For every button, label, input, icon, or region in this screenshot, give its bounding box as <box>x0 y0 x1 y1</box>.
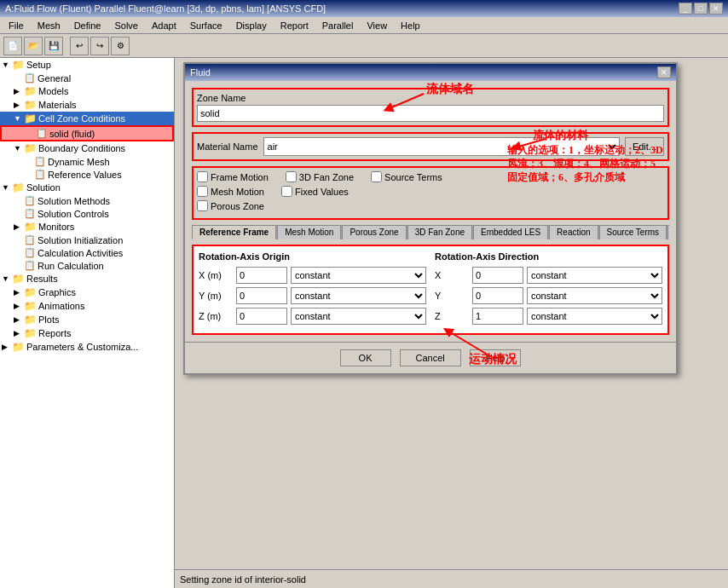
tab-fixed-values[interactable]: Fixed Values <box>667 225 669 239</box>
tree-boundary-conditions[interactable]: ▼ 📁 Boundary Conditions <box>0 141 174 155</box>
checkbox-source-terms-input[interactable] <box>371 171 382 182</box>
menu-parallel[interactable]: Parallel <box>317 20 359 32</box>
edit-button[interactable]: Edit... <box>625 137 664 156</box>
tree-monitors[interactable]: ▶ 📁 Monitors <box>0 220 174 233</box>
checkbox-mesh-motion[interactable]: Mesh Motion <box>197 186 264 197</box>
dialog-body: Zone Name Material Name air Edit... <box>185 81 676 342</box>
tree-dynamic-mesh[interactable]: 📋 Dynamic Mesh <box>0 155 174 168</box>
close-btn[interactable]: ✕ <box>709 3 723 14</box>
x-origin-type[interactable]: constant <box>291 267 426 284</box>
checkbox-porous-zone-input[interactable] <box>197 200 208 211</box>
material-select[interactable]: air <box>263 137 620 156</box>
menu-display[interactable]: Display <box>231 20 272 32</box>
tree-animations[interactable]: ▶ 📁 Animations <box>0 299 174 313</box>
checkbox-porous-zone[interactable]: Porous Zone <box>197 200 264 211</box>
ok-button[interactable]: OK <box>340 349 391 366</box>
y-origin-type[interactable]: constant <box>291 287 426 304</box>
expand-icon: ▼ <box>14 114 22 123</box>
expand-icon: ▼ <box>2 61 10 69</box>
tree-cell-zone-conditions[interactable]: ▼ 📁 Cell Zone Conditions <box>0 112 174 125</box>
menu-solve[interactable]: Solve <box>109 20 143 32</box>
right-panel: Fluid ✕ Zone Name Material Name air <box>175 58 728 588</box>
tree-solid-fluid[interactable]: 📋 solid (fluid) <box>0 125 174 141</box>
tab-embedded-les[interactable]: Embedded LES <box>473 225 548 239</box>
expand-icon: ▶ <box>2 343 10 351</box>
menu-mesh[interactable]: Mesh <box>32 20 66 32</box>
toolbar-save[interactable]: 💾 <box>44 37 63 55</box>
checkbox-fixed-values[interactable]: Fixed Values <box>281 186 349 197</box>
tree-calc-activities[interactable]: 📋 Calculation Activities <box>0 246 174 259</box>
tree-parameters[interactable]: ▶ 📁 Parameters & Customiza... <box>0 340 174 354</box>
toolbar-settings[interactable]: ⚙ <box>111 37 130 55</box>
tree-graphics[interactable]: ▶ 📁 Graphics <box>0 285 174 299</box>
tree-label: Solution <box>26 182 61 193</box>
tab-3d-fan-zone[interactable]: 3D Fan Zone <box>407 225 472 239</box>
y-dir-type[interactable]: constant <box>527 287 662 304</box>
tree-setup[interactable]: ▼ 📁 Setup <box>0 58 174 72</box>
tabs-bar: Reference Frame Mesh Motion Porous Zone … <box>192 225 669 239</box>
tab-mesh-motion[interactable]: Mesh Motion <box>277 225 341 239</box>
menu-report[interactable]: Report <box>275 20 314 32</box>
z-origin-type[interactable]: constant <box>291 308 426 325</box>
checkbox-frame-motion-input[interactable] <box>197 171 208 182</box>
tree-solution-initialization[interactable]: 📋 Solution Initialization <box>0 233 174 246</box>
tab-reference-frame[interactable]: Reference Frame <box>192 225 276 239</box>
menu-help[interactable]: Help <box>396 20 425 32</box>
tab-source-terms[interactable]: Source Terms <box>599 225 667 239</box>
maximize-btn[interactable]: □ <box>694 3 708 14</box>
tree-models[interactable]: ▶ 📁 Models <box>0 84 174 98</box>
folder-icon: 📁 <box>24 300 37 312</box>
title-bar-text: A:Fluid Flow (Fluent) Parallel Fluent@le… <box>5 3 326 14</box>
checkbox-3d-fan-zone-input[interactable] <box>286 171 297 182</box>
tree-solution-methods[interactable]: 📋 Solution Methods <box>0 194 174 207</box>
toolbar-redo[interactable]: ↪ <box>90 37 109 55</box>
x-dir-type[interactable]: constant <box>527 267 662 284</box>
material-section: Material Name air Edit... <box>192 132 669 161</box>
zone-name-input[interactable] <box>197 105 664 122</box>
dialog-close-btn[interactable]: ✕ <box>657 66 671 78</box>
toolbar: 📄 📂 💾 ↩ ↪ ⚙ <box>0 34 728 58</box>
tab-reaction[interactable]: Reaction <box>549 225 598 239</box>
tree-run-calculation[interactable]: 📋 Run Calculation <box>0 259 174 272</box>
tree-general[interactable]: 📋 General <box>0 72 174 84</box>
dialog-controls: ✕ <box>657 66 671 78</box>
x-dir-label: X <box>435 270 469 280</box>
menu-surface[interactable]: Surface <box>185 20 228 32</box>
tree-reference-values[interactable]: 📋 Reference Values <box>0 168 174 181</box>
cancel-button[interactable]: Cancel <box>400 349 461 366</box>
tree-materials[interactable]: ▶ 📁 Materials <box>0 98 174 112</box>
z-dir-input[interactable] <box>472 308 523 325</box>
tree-results[interactable]: ▼ 📁 Results <box>0 272 174 285</box>
toolbar-open[interactable]: 📂 <box>24 37 43 55</box>
folder-icon: 📁 <box>12 59 25 71</box>
menu-adapt[interactable]: Adapt <box>147 20 182 32</box>
tree-solution[interactable]: ▼ 📁 Solution <box>0 181 174 194</box>
z-dir-type[interactable]: constant <box>527 308 662 325</box>
toolbar-new[interactable]: 📄 <box>3 37 22 55</box>
tree-solution-controls[interactable]: 📋 Solution Controls <box>0 207 174 220</box>
folder-icon: 📁 <box>24 286 37 298</box>
tree-label: solid (fluid) <box>49 129 95 139</box>
x-origin-input[interactable] <box>236 267 287 284</box>
checkbox-frame-motion[interactable]: Frame Motion <box>197 171 269 182</box>
y-dir-input[interactable] <box>472 287 523 304</box>
tree-label: Models <box>38 86 68 96</box>
tree-reports[interactable]: ▶ 📁 Reports <box>0 326 174 340</box>
help-button[interactable]: Help <box>470 349 522 366</box>
toolbar-undo[interactable]: ↩ <box>70 37 89 55</box>
tree-label: Cell Zone Conditions <box>38 113 125 124</box>
menu-file[interactable]: File <box>3 20 29 32</box>
tree-plots[interactable]: ▶ 📁 Plots <box>0 313 174 326</box>
checkbox-mesh-motion-input[interactable] <box>197 186 208 197</box>
x-dir-input[interactable] <box>472 267 523 284</box>
minimize-btn[interactable]: _ <box>679 3 692 14</box>
y-origin-input[interactable] <box>236 287 287 304</box>
checkbox-fixed-values-input[interactable] <box>281 186 292 197</box>
checkbox-source-terms[interactable]: Source Terms <box>371 171 442 182</box>
tab-porous-zone[interactable]: Porous Zone <box>342 225 406 239</box>
tree-label: Monitors <box>38 222 74 232</box>
checkbox-3d-fan-zone[interactable]: 3D Fan Zone <box>286 171 354 182</box>
z-origin-input[interactable] <box>236 308 287 325</box>
menu-define[interactable]: Define <box>69 20 107 32</box>
menu-view[interactable]: View <box>361 20 392 32</box>
